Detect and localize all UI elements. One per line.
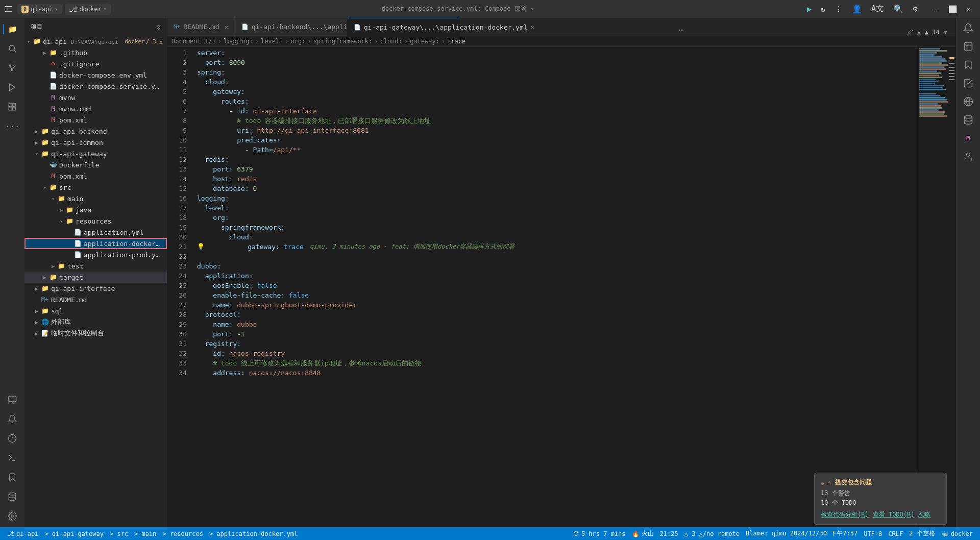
activity-icon-settings-bottom[interactable] (3, 507, 21, 525)
hamburger-menu-button[interactable] (4, 4, 14, 14)
status-line-ending[interactable]: CRLF (885, 527, 906, 540)
breadcrumb-level[interactable]: level: (261, 38, 283, 45)
tree-item-readme[interactable]: ▶ M+ README.md (24, 294, 167, 305)
activity-icon-problems[interactable] (3, 429, 21, 448)
project-name: qi-api (31, 6, 53, 13)
tree-item-resources[interactable]: ▾ 📁 resources (24, 215, 167, 227)
tree-item-scratches[interactable]: ▶ 📝 临时文件和控制台 (24, 328, 167, 339)
tree-item-sql[interactable]: ▶ 📁 sql (24, 305, 167, 316)
status-resources[interactable]: > resources (159, 527, 206, 540)
right-panel-endpoints-icon[interactable] (960, 93, 976, 110)
sidebar-header-settings-icon[interactable]: ⚙ (156, 23, 161, 31)
tree-item-application-docker-yml[interactable]: ▶ 📄 application-docker.yml (24, 238, 167, 249)
right-panel-database-icon[interactable] (960, 112, 976, 128)
activity-icon-database[interactable] (3, 487, 21, 506)
code-area[interactable]: server: port: 8090spring: cloud: gateway… (193, 47, 918, 527)
settings-button[interactable]: ⚙ (911, 3, 920, 15)
status-project[interactable]: > qi-api-gateway (41, 527, 107, 540)
breadcrumb-org[interactable]: org: (291, 38, 306, 45)
tree-item-application-prod-yml[interactable]: ▶ 📄 application-prod.yml (24, 249, 167, 260)
activity-icon-extensions[interactable] (3, 97, 21, 116)
status-time[interactable]: 21:25 (657, 527, 681, 540)
tree-item-pom-gateway[interactable]: ▶ M pom.xml (24, 170, 167, 182)
activity-icon-bookmark[interactable] (3, 468, 21, 486)
maximize-button[interactable]: ⬜ (945, 2, 960, 16)
tree-item-external-libs[interactable]: ▶ 🌐 外部库 (24, 316, 167, 328)
tree-item-interface[interactable]: ▶ 📁 qi-api-interface (24, 283, 167, 294)
status-indentation[interactable]: 2 个空格 (906, 527, 938, 540)
tree-item-docker-service[interactable]: ▶ 📄 docker-compose.service.yml (24, 81, 167, 92)
status-git-branch[interactable]: ⎇ qi-api (4, 527, 41, 540)
tree-item-src[interactable]: ▾ 📁 src (24, 182, 167, 193)
tree-item-gitignore[interactable]: ▶ ⊙ .gitignore (24, 58, 167, 69)
activity-icon-notifications[interactable] (3, 410, 21, 428)
tree-item-mvnw-cmd[interactable]: ▶ M mvnw.cmd (24, 103, 167, 114)
vcs-branch-selector[interactable]: ⎇ docker ▾ (65, 4, 110, 15)
status-file[interactable]: > application-docker.yml (206, 527, 301, 540)
tab-gateway-docker[interactable]: 📄 qi-api-gateway\...\application-docker.… (348, 18, 460, 36)
tab-readme[interactable]: M+ README.md ✕ (167, 18, 235, 36)
status-git-push[interactable]: 🔥 火山 (629, 527, 657, 540)
right-panel-profile-icon[interactable] (960, 149, 976, 165)
tree-item-mvnw[interactable]: ▶ M mvnw (24, 92, 167, 103)
notification-link3[interactable]: 忽略 (918, 510, 930, 519)
tree-item-main[interactable]: ▾ 📁 main (24, 193, 167, 204)
status-docker[interactable]: 🐳 docker (938, 527, 976, 540)
update-button[interactable]: ↻ (819, 4, 827, 14)
activity-icon-folder[interactable]: 📁 (3, 20, 21, 38)
activity-icon-remote[interactable] (3, 390, 21, 409)
right-panel-maven-icon[interactable]: M (960, 130, 976, 146)
right-panel-notifications-icon[interactable] (960, 20, 976, 36)
tab-more-button[interactable]: ⋯ (677, 24, 686, 36)
tree-item-docker-env[interactable]: ▶ 📄 docker-compose.env.yml (24, 69, 167, 81)
activity-icon-debug[interactable] (3, 78, 21, 96)
profile-button[interactable]: 👤 (850, 3, 864, 15)
status-git-changes[interactable]: △ 3 △/no remote (681, 527, 743, 540)
status-src[interactable]: > src (107, 527, 131, 540)
status-encoding[interactable]: UTF-8 (861, 527, 885, 540)
tree-item-backend[interactable]: ▶ 📁 qi-api-backend (24, 126, 167, 137)
search-everywhere-button[interactable]: 🔍 (891, 3, 905, 15)
tree-item-target[interactable]: ▶ 📁 target (24, 272, 167, 283)
project-selector[interactable]: Q qi-api ▾ (17, 4, 62, 14)
code-fold-icon[interactable]: 🖊 (907, 29, 913, 36)
tree-item-gateway[interactable]: ▾ 📁 qi-api-gateway (24, 148, 167, 159)
activity-icon-vcs[interactable] (3, 59, 21, 77)
notification-link2[interactable]: 查看 TODO(R) (873, 510, 915, 519)
hint-bulb-icon[interactable]: 💡 (197, 242, 205, 252)
right-panel-structure-icon[interactable] (960, 38, 976, 55)
right-panel-todo-icon[interactable] (960, 75, 976, 91)
breadcrumb-cloud[interactable]: cloud: (380, 38, 402, 45)
breadcrumb-gateway[interactable]: gateway: (410, 38, 439, 45)
tree-item-test[interactable]: ▶ 📁 test (24, 260, 167, 272)
run-button[interactable]: ▶ (805, 3, 814, 15)
close-button[interactable]: ✕ (962, 2, 976, 16)
tree-item-pom[interactable]: ▶ M pom.xml (24, 114, 167, 126)
expand-icon[interactable]: ▼ (944, 29, 947, 36)
right-panel-bookmarks-icon[interactable] (960, 57, 976, 73)
activity-icon-terminal[interactable] (3, 449, 21, 467)
tree-item-dockerfile[interactable]: ▶ 🐳 Dockerfile (24, 159, 167, 170)
tree-item-application-yml[interactable]: ▶ 📄 application.yml (24, 227, 167, 238)
resources-status-label: > resources (162, 530, 203, 537)
activity-icon-more[interactable]: ··· (3, 117, 21, 135)
breadcrumb-trace[interactable]: trace (447, 38, 465, 45)
activity-icon-search[interactable] (3, 39, 21, 58)
gateway-docker-tab-close[interactable]: ✕ (531, 23, 534, 31)
tree-item-java[interactable]: ▶ 📁 java (24, 204, 167, 215)
translate-button[interactable]: A文 (869, 3, 887, 15)
readme-tab-close[interactable]: ✕ (223, 23, 231, 31)
more-options-button[interactable]: ⋮ (832, 3, 845, 15)
status-main[interactable]: > main (131, 527, 159, 540)
tree-item-common[interactable]: ▶ 📁 qi-api-common (24, 137, 167, 148)
breadcrumb-logging[interactable]: logging: (224, 38, 253, 45)
notification-link1[interactable]: 检查代码分析(R) (821, 510, 869, 519)
breadcrumb-springframework[interactable]: springframework: (313, 38, 373, 45)
tree-item-root[interactable]: ▾ 📁 qi-api D:\UAVA\qi-api docker / 3 △ (24, 36, 167, 47)
status-blame[interactable]: Blame: qimu 2024/12/30 下午7:57 (743, 527, 861, 540)
minimize-button[interactable]: — (929, 2, 943, 16)
tree-item-github[interactable]: ▶ 📁 .github (24, 47, 167, 58)
collapse-icon[interactable]: ▲ (917, 29, 921, 36)
status-idle-time[interactable]: ⏱ 5 hrs 7 mins (570, 527, 629, 540)
tab-backend-docker[interactable]: 📄 qi-api-backend\...\application-docker.… (235, 18, 348, 36)
